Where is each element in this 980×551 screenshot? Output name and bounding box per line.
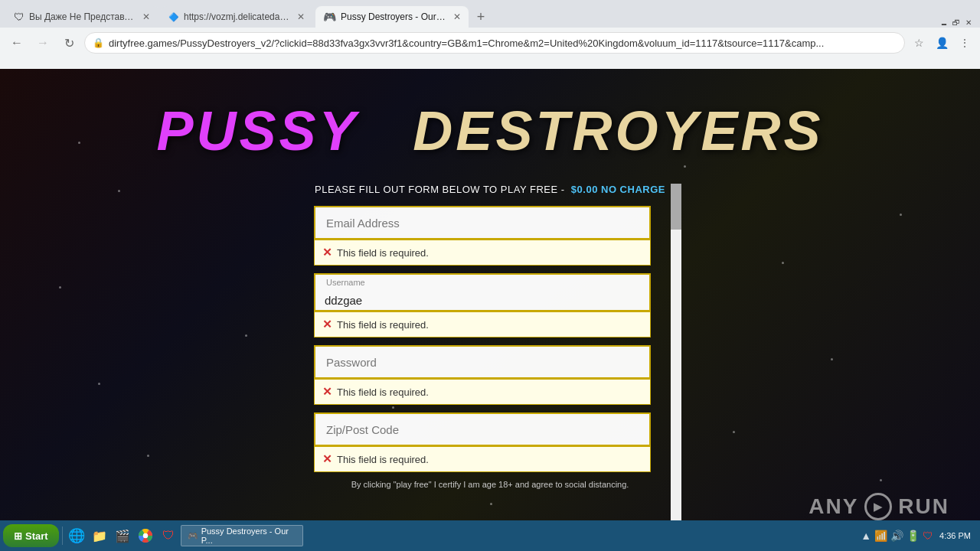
scroll-thumb[interactable] [671, 184, 681, 230]
tab-1-icon: 🛡 [14, 11, 24, 23]
zip-error-row: ✕ This field is required. [314, 446, 651, 472]
page-content: PUSSY DESTROYERS PLEASE FILL OUT FORM BE… [0, 69, 980, 551]
taskbar-tray: ▲ 📶 🔊 🔋 🛡 4:36 PM [861, 530, 977, 542]
tray-icons: ▲ 📶 🔊 🔋 🛡 [861, 530, 933, 542]
username-error-row: ✕ This field is required. [314, 311, 651, 337]
form-price: $0.00 NO CHARGE [571, 184, 665, 195]
tab-2-icon: 🔷 [168, 12, 179, 22]
tray-icon-shield-red: 🛡 [923, 530, 933, 542]
password-error-icon: ✕ [322, 385, 332, 399]
page-title: PUSSY DESTROYERS [157, 99, 824, 162]
bookmark-button[interactable]: ☆ [910, 34, 928, 52]
maximize-button[interactable]: 🗗 [951, 17, 962, 28]
lock-icon: 🔒 [93, 37, 104, 48]
zip-error-text: This field is required. [337, 454, 429, 465]
zip-field-group [314, 412, 666, 446]
taskbar-shield-icon[interactable]: 🛡 [158, 525, 179, 546]
forward-button[interactable]: → [32, 32, 54, 54]
tabs-bar: 🛡 Вы Даже Не Представляете Что Н... ✕ 🔷 … [0, 0, 980, 28]
tab-2-close[interactable]: ✕ [296, 11, 306, 23]
tab-1-label: Вы Даже Не Представляете Что Н... [29, 11, 136, 22]
tab-2[interactable]: 🔷 https://vozmj.delicatedates.net/c/d...… [161, 6, 314, 28]
address-bar-input[interactable] [109, 37, 897, 49]
close-button[interactable]: ✕ [963, 17, 974, 28]
scroll-track[interactable] [671, 184, 681, 536]
anyrun-text-run: RUN [898, 494, 949, 519]
refresh-button[interactable]: ↻ [58, 32, 80, 54]
start-label: Start [25, 530, 48, 542]
username-error-text: This field is required. [337, 319, 429, 331]
browser-window: 🛡 Вы Даже Не Представляете Что Н... ✕ 🔷 … [0, 0, 980, 69]
tab-2-label: https://vozmj.delicatedates.net/c/d... [184, 11, 291, 22]
taskbar-media-icon[interactable]: 🎬 [112, 525, 133, 546]
profile-button[interactable]: 👤 [933, 34, 951, 52]
taskbar-chrome-icon[interactable] [135, 525, 156, 546]
taskbar: ⊞ Start 🌐 📁 🎬 🛡 🎮 Pussy Destroyers - Our… [0, 520, 980, 551]
password-error-text: This field is required. [337, 386, 429, 398]
password-input[interactable] [314, 345, 651, 379]
title-word1: PUSSY [157, 100, 358, 161]
title-word2: DESTROYERS [413, 100, 823, 161]
tab-3[interactable]: 🎮 Pussy Destroyers - Our Porn Games... ✕ [315, 6, 469, 28]
tab-3-close[interactable]: ✕ [452, 11, 461, 23]
zip-input[interactable] [314, 412, 651, 446]
svg-point-2 [142, 533, 147, 538]
email-error-row: ✕ This field is required. [314, 240, 651, 266]
form-header: PLEASE FILL OUT FORM BELOW TO PLAY FREE … [314, 184, 666, 195]
form-footer: By clicking "play free" I certify I am a… [314, 480, 666, 489]
taskbar-active-tab[interactable]: 🎮 Pussy Destroyers - Our P... [181, 525, 303, 546]
taskbar-tab-label: Pussy Destroyers - Our P... [201, 527, 296, 545]
anyrun-watermark: ANY ▶ RUN [808, 493, 949, 520]
address-bar-wrap[interactable]: 🔒 [84, 32, 905, 54]
back-button[interactable]: ← [6, 32, 28, 54]
username-label: Username [326, 278, 365, 287]
password-error-row: ✕ This field is required. [314, 379, 651, 405]
anyrun-text-any: ANY [808, 494, 858, 519]
minimize-button[interactable]: 🗕 [939, 17, 949, 28]
email-error-icon: ✕ [322, 246, 332, 259]
form-subtitle: PLEASE FILL OUT FORM BELOW TO PLAY FREE … [315, 184, 565, 195]
tray-icon-network: 📶 [874, 530, 887, 542]
tab-3-icon: 🎮 [323, 11, 336, 23]
taskbar-folder-icon[interactable]: 📁 [89, 525, 110, 546]
form-container: PLEASE FILL OUT FORM BELOW TO PLAY FREE … [314, 184, 666, 489]
password-field-group [314, 345, 666, 379]
taskbar-tab-icon: 🎮 [188, 531, 198, 541]
email-field-group [314, 206, 666, 240]
username-error-icon: ✕ [322, 318, 332, 331]
menu-button[interactable]: ⋮ [956, 34, 974, 52]
email-input[interactable] [314, 206, 651, 240]
start-icon: ⊞ [14, 530, 22, 542]
tray-icon-1: ▲ [861, 530, 871, 542]
tray-icon-battery: 🔋 [906, 530, 920, 542]
tab-3-label: Pussy Destroyers - Our Porn Games... [341, 11, 448, 22]
username-input[interactable] [325, 294, 640, 307]
new-tab-button[interactable]: + [470, 6, 492, 28]
taskbar-time: 4:36 PM [939, 531, 971, 540]
zip-error-icon: ✕ [322, 452, 332, 466]
start-button[interactable]: ⊞ Start [3, 524, 59, 547]
taskbar-separator-1 [62, 527, 63, 545]
email-error-text: This field is required. [337, 247, 429, 259]
username-field-wrap[interactable]: Username [314, 273, 651, 311]
tray-icon-sound: 🔊 [890, 530, 903, 542]
taskbar-ie-icon[interactable]: 🌐 [66, 525, 87, 546]
nav-bar: ← → ↻ 🔒 ☆ 👤 ⋮ [0, 28, 980, 58]
anyrun-play-icon: ▶ [864, 493, 892, 520]
tab-1[interactable]: 🛡 Вы Даже Не Представляете Что Н... ✕ [6, 6, 159, 28]
tab-1-close[interactable]: ✕ [141, 11, 152, 23]
